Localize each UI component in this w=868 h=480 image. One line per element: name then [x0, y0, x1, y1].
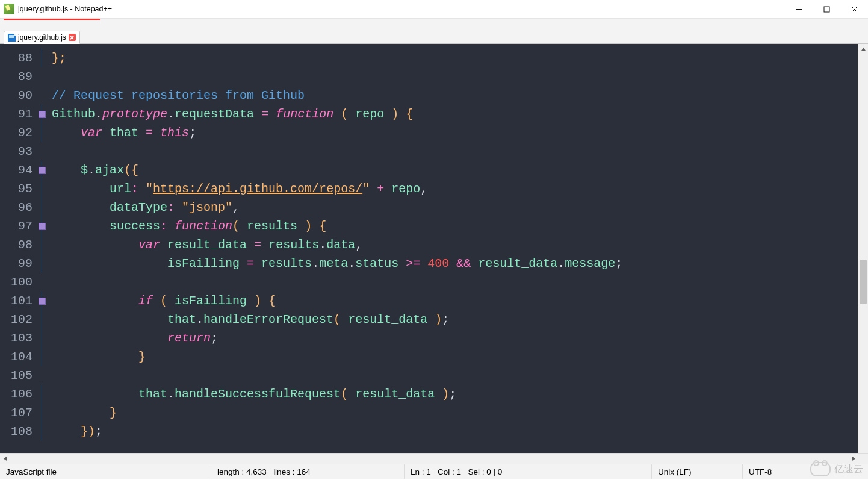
window-controls — [785, 0, 868, 18]
scroll-thumb[interactable] — [860, 260, 867, 304]
status-eol: Unix (LF) — [652, 464, 743, 479]
scroll-left-icon[interactable] — [0, 454, 10, 464]
window-title: jquery.github.js - Notepad++ — [18, 5, 112, 13]
status-length: length : 4,633 lines : 164 — [211, 464, 405, 479]
hscroll-track[interactable] — [10, 454, 849, 464]
line-number-gutter[interactable]: 88 89 90 91 92 93 94 95 96 97 98 99 100 … — [0, 44, 37, 467]
tab-label: jquery.github.js — [18, 33, 66, 42]
fold-column[interactable] — [37, 44, 47, 467]
vertical-scrollbar[interactable] — [858, 44, 868, 467]
scroll-right-icon[interactable] — [849, 454, 858, 464]
title-bar: jquery.github.js - Notepad++ — [0, 0, 868, 19]
status-filetype: JavaScript file — [0, 464, 211, 479]
status-caret: Ln : 1 Col : 1 Sel : 0 | 0 — [405, 464, 652, 479]
editor: 88 89 90 91 92 93 94 95 96 97 98 99 100 … — [0, 44, 868, 467]
scroll-up-icon[interactable] — [858, 44, 868, 54]
status-encoding: UTF-8 — [743, 464, 778, 479]
horizontal-scrollbar[interactable] — [0, 453, 868, 464]
scroll-track[interactable] — [858, 54, 868, 458]
scroll-corner — [858, 454, 868, 464]
save-icon — [8, 34, 16, 42]
tab-bar: jquery.github.js — [0, 30, 868, 44]
close-button[interactable] — [840, 0, 868, 18]
tab-file[interactable]: jquery.github.js — [4, 31, 80, 44]
code-area[interactable]: }; // Request repositories from Github G… — [47, 44, 858, 467]
tab-close-button[interactable] — [69, 34, 76, 41]
app-icon — [4, 4, 14, 14]
minimize-button[interactable] — [785, 0, 813, 18]
svg-rect-0 — [824, 7, 829, 12]
status-bar: JavaScript file length : 4,633 lines : 1… — [0, 464, 868, 479]
toolbar-collapsed — [0, 19, 868, 30]
maximize-button[interactable] — [813, 0, 840, 18]
